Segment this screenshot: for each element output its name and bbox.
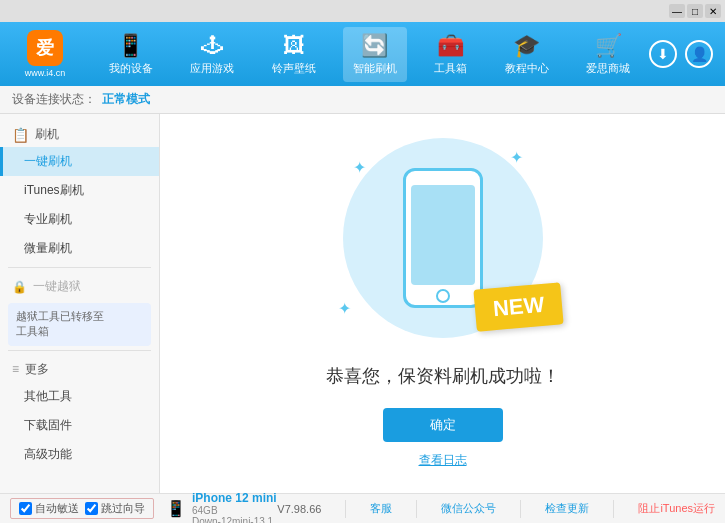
nav-ringtone[interactable]: 🖼 铃声壁纸 <box>262 27 326 82</box>
nav-tutorial[interactable]: 🎓 教程中心 <box>495 27 559 82</box>
minimize-button[interactable]: — <box>669 4 685 18</box>
nav-items: 📱 我的设备 🕹 应用游戏 🖼 铃声壁纸 🔄 智能刷机 🧰 工具箱 🎓 教程中心… <box>90 27 649 82</box>
phone-illustration: NEW ✦ ✦ ✦ <box>333 138 553 348</box>
app-games-icon: 🕹 <box>201 33 223 59</box>
skip-wizard-checkbox[interactable]: 跳过向导 <box>85 501 145 516</box>
bottom-divider-3 <box>520 500 521 518</box>
advanced-label: 高级功能 <box>24 447 72 461</box>
sparkle-icon-3: ✦ <box>338 299 351 318</box>
smart-flash-icon: 🔄 <box>361 33 388 59</box>
sidebar-divider-1 <box>8 267 151 268</box>
other-tools-label: 其他工具 <box>24 389 72 403</box>
note-text: 越狱工具已转移至工具箱 <box>16 310 104 337</box>
auto-submit-label: 自动敏送 <box>35 501 79 516</box>
skip-wizard-input[interactable] <box>85 502 98 515</box>
download-firmware-label: 下载固件 <box>24 418 72 432</box>
bottom-bar: 自动敏送 跳过向导 📱 iPhone 12 mini 64GB Down-12m… <box>0 493 725 523</box>
sidebar-item-one-key-flash[interactable]: 一键刷机 <box>0 147 159 176</box>
update-link[interactable]: 检查更新 <box>545 501 589 516</box>
sidebar-item-pro-flash[interactable]: 专业刷机 <box>0 205 159 234</box>
sidebar-divider-2 <box>8 350 151 351</box>
skip-wizard-label: 跳过向导 <box>101 501 145 516</box>
bottom-left-section: 自动敏送 跳过向导 📱 iPhone 12 mini 64GB Down-12m… <box>10 491 277 524</box>
user-button[interactable]: 👤 <box>685 40 713 68</box>
toolbox-label: 工具箱 <box>434 61 467 76</box>
bottom-divider-2 <box>416 500 417 518</box>
sidebar-note: 越狱工具已转移至工具箱 <box>8 303 151 346</box>
sidebar-section-flash: 📋 刷机 <box>0 120 159 147</box>
device-storage: 64GB <box>192 505 277 516</box>
nav-shop[interactable]: 🛒 爱思商城 <box>576 27 640 82</box>
sidebar-item-other-tools[interactable]: 其他工具 <box>0 382 159 411</box>
version-text: V7.98.66 <box>277 503 321 515</box>
confirm-button[interactable]: 确定 <box>383 408 503 442</box>
new-badge: NEW <box>474 282 565 331</box>
app-games-label: 应用游戏 <box>190 61 234 76</box>
sidebar-section-more: ≡ 更多 <box>0 355 159 382</box>
bottom-right-section: V7.98.66 客服 微信公众号 检查更新 阻止iTunes运行 <box>277 500 715 518</box>
nav-bar: 爱 www.i4.cn 📱 我的设备 🕹 应用游戏 🖼 铃声壁纸 🔄 智能刷机 … <box>0 22 725 86</box>
download-button[interactable]: ⬇ <box>649 40 677 68</box>
status-label: 设备连接状态： <box>12 91 96 108</box>
smart-flash-label: 智能刷机 <box>353 61 397 76</box>
sidebar-jailbreak-section: 🔒 一键越狱 <box>0 272 159 299</box>
sidebar-item-advanced[interactable]: 高级功能 <box>0 440 159 469</box>
device-model: Down-12mini-13.1 <box>192 516 277 524</box>
checkbox-group: 自动敏送 跳过向导 <box>10 498 154 519</box>
nav-smart-flash[interactable]: 🔄 智能刷机 <box>343 27 407 82</box>
wechat-link[interactable]: 微信公众号 <box>441 501 496 516</box>
my-device-label: 我的设备 <box>109 61 153 76</box>
status-bar: 设备连接状态： 正常模式 <box>0 86 725 114</box>
status-value: 正常模式 <box>102 91 150 108</box>
close-button[interactable]: ✕ <box>705 4 721 18</box>
success-message: 恭喜您，保资料刷机成功啦！ <box>326 364 560 388</box>
itunes-stop-button[interactable]: 阻止iTunes运行 <box>638 501 715 516</box>
sidebar-item-download-firmware[interactable]: 下载固件 <box>0 411 159 440</box>
phone-body <box>403 168 483 308</box>
nav-toolbox[interactable]: 🧰 工具箱 <box>424 27 477 82</box>
sparkle-icon-2: ✦ <box>510 148 523 167</box>
nav-my-device[interactable]: 📱 我的设备 <box>99 27 163 82</box>
jailbreak-label: 一键越狱 <box>33 278 81 295</box>
lock-icon: 🔒 <box>12 280 27 294</box>
tutorial-label: 教程中心 <box>505 61 549 76</box>
logo-icon: 爱 <box>27 30 63 66</box>
phone-home-button <box>436 289 450 303</box>
nav-right: ⬇ 👤 <box>649 40 725 68</box>
content-area: NEW ✦ ✦ ✦ 恭喜您，保资料刷机成功啦！ 确定 查看日志 <box>160 114 725 493</box>
maximize-button[interactable]: □ <box>687 4 703 18</box>
toolbox-icon: 🧰 <box>437 33 464 59</box>
shop-icon: 🛒 <box>595 33 622 59</box>
device-section: 📱 iPhone 12 mini 64GB Down-12mini-13.1 <box>166 491 277 524</box>
pro-flash-label: 专业刷机 <box>24 212 72 226</box>
sparkle-icon-1: ✦ <box>353 158 366 177</box>
shop-label: 爱思商城 <box>586 61 630 76</box>
bottom-divider-1 <box>345 500 346 518</box>
ringtone-label: 铃声壁纸 <box>272 61 316 76</box>
sidebar-item-itunes-flash[interactable]: iTunes刷机 <box>0 176 159 205</box>
flash-section-label: 刷机 <box>35 126 59 143</box>
sidebar: 📋 刷机 一键刷机 iTunes刷机 专业刷机 微量刷机 🔒 一键越狱 越狱工具… <box>0 114 160 493</box>
phone-screen <box>411 185 475 285</box>
title-bar: — □ ✕ <box>0 0 725 22</box>
auto-submit-input[interactable] <box>19 502 32 515</box>
device-phone-icon: 📱 <box>166 499 186 518</box>
micro-flash-label: 微量刷机 <box>24 241 72 255</box>
main-area: 📋 刷机 一键刷机 iTunes刷机 专业刷机 微量刷机 🔒 一键越狱 越狱工具… <box>0 114 725 493</box>
flash-section-icon: 📋 <box>12 127 29 143</box>
nav-app-games[interactable]: 🕹 应用游戏 <box>180 27 244 82</box>
device-info: iPhone 12 mini 64GB Down-12mini-13.1 <box>192 491 277 524</box>
my-device-icon: 📱 <box>117 33 144 59</box>
ringtone-icon: 🖼 <box>283 33 305 59</box>
logo[interactable]: 爱 www.i4.cn <box>0 30 90 78</box>
more-section-label: 更多 <box>25 361 49 378</box>
bottom-divider-4 <box>613 500 614 518</box>
goto-log-link[interactable]: 查看日志 <box>419 452 467 469</box>
tutorial-icon: 🎓 <box>513 33 540 59</box>
more-icon: ≡ <box>12 362 19 376</box>
sidebar-item-micro-flash[interactable]: 微量刷机 <box>0 234 159 263</box>
service-link[interactable]: 客服 <box>370 501 392 516</box>
auto-submit-checkbox[interactable]: 自动敏送 <box>19 501 79 516</box>
itunes-flash-label: iTunes刷机 <box>24 183 84 197</box>
logo-text: www.i4.cn <box>25 68 66 78</box>
